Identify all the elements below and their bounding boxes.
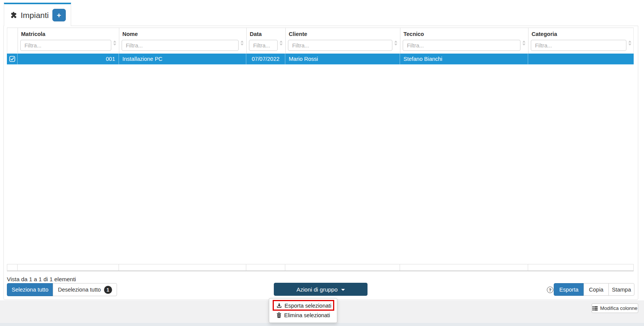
export-button-group: Esporta Copia Stampa — [554, 283, 634, 296]
filter-input-data[interactable] — [249, 40, 278, 51]
page: Impianti + Matricola Nome Data Cliente T… — [0, 0, 644, 326]
column-header-matricola: Matricola — [18, 28, 119, 54]
deselect-all-label: Deseleziona tutto — [58, 287, 101, 293]
footer-cell — [285, 264, 400, 271]
footer-cell — [528, 264, 633, 271]
menu-item-delete-selected[interactable]: Elimina selezionati — [269, 310, 337, 320]
filter-input-matricola[interactable] — [20, 40, 111, 51]
tab-impianti[interactable]: Impianti + — [4, 3, 71, 26]
cell-nome: Installazione PC — [119, 54, 246, 64]
footer-cell — [119, 264, 246, 271]
trash-icon — [276, 312, 281, 318]
download-icon — [276, 303, 282, 308]
cell-tecnico: Stefano Bianchi — [400, 54, 528, 64]
modify-columns-label: Modifica colonne — [600, 305, 637, 311]
filter-input-cliente[interactable] — [288, 40, 392, 51]
select-all-button[interactable]: Seleziona tutto — [7, 283, 53, 296]
column-label-cliente[interactable]: Cliente — [289, 31, 307, 37]
th-list-icon — [592, 306, 598, 311]
content-panel — [3, 26, 638, 300]
caret-down-icon — [341, 289, 345, 291]
sort-icon[interactable] — [522, 41, 526, 46]
cell-data: 07/07/2022 — [246, 54, 285, 64]
footer-cell — [7, 264, 17, 271]
tab-label: Impianti — [21, 11, 49, 20]
column-label-categoria[interactable]: Categoria — [532, 31, 557, 37]
menu-item-label: Esporta selezionati — [285, 303, 332, 309]
sort-icon[interactable] — [113, 41, 117, 46]
group-actions-dropdown: Esporta selezionati Elimina selezionati — [269, 298, 337, 323]
filter-input-categoria[interactable] — [531, 40, 626, 51]
column-header-tecnico: Tecnico — [400, 28, 528, 54]
export-button[interactable]: Esporta — [554, 283, 584, 296]
column-label-nome[interactable]: Nome — [122, 31, 138, 37]
sort-icon[interactable] — [394, 41, 398, 46]
row-select-checkbox[interactable] — [7, 54, 17, 64]
table-row[interactable]: 001 Installazione PC 07/07/2022 Mario Ro… — [7, 54, 634, 65]
add-tab-button[interactable]: + — [52, 9, 66, 21]
cell-categoria — [528, 54, 634, 64]
group-actions-label: Azioni di gruppo — [296, 286, 338, 293]
footer-cell — [400, 264, 528, 271]
print-button[interactable]: Stampa — [608, 283, 634, 296]
group-actions-button[interactable]: Azioni di gruppo — [274, 283, 368, 296]
pagination-summary: Vista da 1 a 1 di 1 elementi — [7, 276, 76, 282]
page-footer-strip — [0, 323, 644, 326]
table-footer-row — [7, 264, 634, 271]
menu-item-label: Elimina selezionati — [284, 312, 330, 318]
deselect-all-button[interactable]: Deseleziona tutto 1 — [53, 283, 117, 296]
column-header-nome: Nome — [119, 28, 246, 54]
cell-matricola: 001 — [17, 54, 119, 64]
check-square-icon — [9, 56, 15, 62]
help-icon[interactable]: ? — [547, 287, 553, 293]
column-header-data: Data — [246, 28, 285, 54]
column-header-categoria: Categoria — [528, 28, 634, 54]
column-label-matricola[interactable]: Matricola — [21, 31, 46, 37]
filter-input-nome[interactable] — [122, 40, 239, 51]
copy-button[interactable]: Copia — [584, 283, 609, 296]
filter-input-tecnico[interactable] — [403, 40, 520, 51]
modify-columns-button[interactable]: Modifica colonne — [592, 303, 638, 313]
sort-icon[interactable] — [280, 41, 283, 46]
column-header-cliente: Cliente — [285, 28, 400, 54]
sort-icon[interactable] — [241, 41, 244, 46]
table-header: Matricola Nome Data Cliente Tecnico Cate… — [7, 28, 634, 54]
footer-cell — [246, 264, 285, 271]
footer-cell — [17, 264, 119, 271]
column-label-tecnico[interactable]: Tecnico — [403, 31, 424, 37]
cell-cliente: Mario Rossi — [285, 54, 400, 64]
puzzle-piece-icon — [10, 11, 17, 19]
sort-icon[interactable] — [628, 41, 632, 46]
column-label-data[interactable]: Data — [250, 31, 262, 37]
menu-item-export-selected[interactable]: Esporta selezionati — [269, 301, 337, 310]
selection-count-badge: 1 — [104, 286, 112, 294]
column-header-checkbox — [7, 28, 18, 54]
